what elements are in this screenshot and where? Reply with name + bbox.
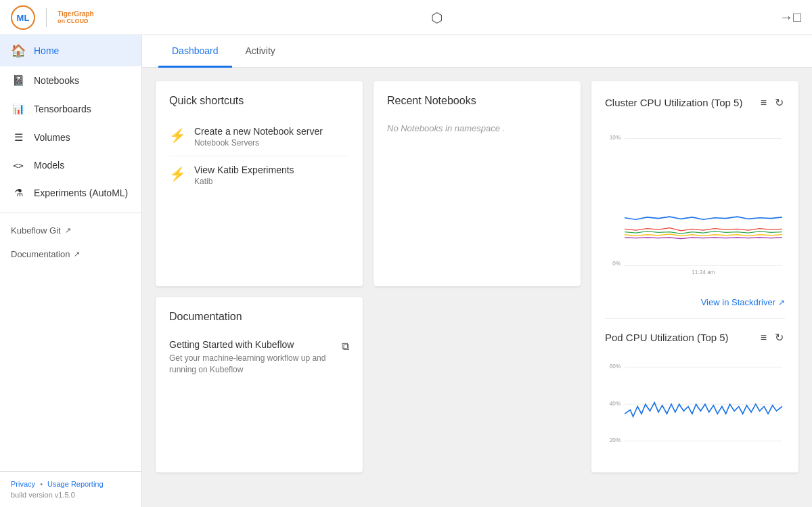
tabs-bar: Dashboard Activity — [142, 35, 812, 68]
bolt-icon-2: ⚡ — [169, 166, 186, 182]
pod-chart-actions: ≡ ↻ — [759, 330, 785, 345]
notebooks-icon: 📓 — [11, 74, 26, 87]
svg-text:20%: 20% — [610, 437, 621, 443]
sidebar-item-label: Home — [34, 45, 59, 56]
cube-icon: ⬡ — [431, 9, 443, 26]
stackdriver-link[interactable]: View in Stackdriver ↗ — [605, 297, 785, 307]
documentation-card: Documentation Getting Started with Kubef… — [156, 297, 363, 472]
quick-shortcuts-title: Quick shortcuts — [169, 95, 349, 107]
kubeflow-git-label: Kubeflow Git — [11, 225, 61, 236]
svg-text:40%: 40% — [610, 400, 621, 407]
sidebar-item-tensorboards[interactable]: 📊 Tensorboards — [0, 95, 141, 123]
cluster-chart-title: Cluster CPU Utilization (Top 5) — [605, 97, 742, 108]
cluster-cpu-card: Cluster CPU Utilization (Top 5) ≡ ↻ 10% … — [591, 81, 798, 472]
experiments-icon: ⚗ — [11, 187, 26, 199]
quick-shortcuts-card: Quick shortcuts ⚡ Create a new Notebook … — [156, 81, 363, 286]
tab-dashboard[interactable]: Dashboard — [158, 36, 232, 68]
svg-text:10%: 10% — [610, 134, 621, 141]
sidebar-item-home[interactable]: 🏠 Home — [0, 35, 141, 66]
logout-button[interactable]: →□ — [780, 9, 801, 25]
chart-actions: ≡ ↻ — [759, 95, 785, 110]
sidebar-item-label: Volumes — [34, 132, 70, 143]
pod-chart-header: Pod CPU Utilization (Top 5) ≡ ↻ — [605, 330, 785, 345]
sidebar-item-notebooks[interactable]: 📓 Notebooks — [0, 66, 141, 95]
sidebar: 🏠 Home 📓 Notebooks 📊 Tensorboards ☰ Volu… — [0, 35, 142, 507]
pod-chart-svg: 60% 40% 20% — [605, 351, 785, 466]
cluster-chart-area: 10% 0% — [605, 116, 785, 292]
svg-text:11:24 am: 11:24 am — [692, 269, 715, 275]
volumes-icon: ☰ — [11, 131, 26, 144]
sidebar-footer: Privacy • Usage Reporting build version … — [0, 471, 141, 507]
pod-chart-title: Pod CPU Utilization (Top 5) — [605, 332, 729, 343]
doc-external-icon: ⧉ — [342, 340, 349, 353]
footer-separator: • — [40, 480, 43, 488]
sidebar-divider — [0, 213, 141, 213]
pod-cpu-section: Pod CPU Utilization (Top 5) ≡ ↻ 60% 40% … — [605, 318, 785, 459]
ml-logo-icon: ML — [11, 5, 35, 30]
sidebar-link-kubeflow-git[interactable]: Kubeflow Git ↗ — [0, 219, 141, 242]
usage-reporting-link[interactable]: Usage Reporting — [47, 480, 104, 488]
doc-item-getting-started[interactable]: Getting Started with Kubeflow Get your m… — [169, 334, 349, 381]
shortcut-katib[interactable]: ⚡ View Katib Experiments Katib — [169, 156, 349, 194]
sidebar-item-experiments[interactable]: ⚗ Experiments (AutoML) — [0, 179, 141, 207]
stackdriver-link-label: View in Stackdriver — [701, 297, 775, 307]
doc-item-title: Getting Started with Kubeflow — [169, 339, 342, 350]
sidebar-item-label: Notebooks — [34, 75, 79, 86]
tensorboards-icon: 📊 — [11, 103, 26, 115]
sidebar-item-label: Experiments (AutoML) — [34, 188, 128, 198]
header-center: ⬡ — [431, 9, 443, 26]
home-icon: 🏠 — [11, 43, 26, 58]
models-icon: <> — [11, 160, 26, 171]
content-area: Dashboard Activity Quick shortcuts ⚡ Cre… — [142, 35, 812, 507]
logo-ml: ML — [11, 5, 35, 30]
no-notebooks-message: No Notebooks in namespace . — [387, 118, 567, 139]
recent-notebooks-card: Recent Notebooks No Notebooks in namespa… — [374, 81, 581, 286]
shortcut-notebook-server[interactable]: ⚡ Create a new Notebook server Notebook … — [169, 118, 349, 156]
external-link-icon: ↗ — [65, 226, 71, 235]
cluster-chart-svg: 10% 0% — [605, 116, 785, 292]
logo-area: ML TigerGraph on CLOUD — [11, 5, 94, 30]
sidebar-link-documentation[interactable]: Documentation ↗ — [0, 242, 141, 266]
shortcut-label: Create a new Notebook server — [194, 126, 323, 137]
sidebar-item-models[interactable]: <> Models — [0, 152, 141, 179]
sidebar-nav: 🏠 Home 📓 Notebooks 📊 Tensorboards ☰ Volu… — [0, 35, 141, 471]
external-link-icon: ↗ — [74, 250, 80, 259]
filter-button[interactable]: ≡ — [759, 95, 768, 110]
shortcut-sub: Katib — [194, 177, 294, 186]
cluster-chart-header: Cluster CPU Utilization (Top 5) ≡ ↻ — [605, 95, 785, 110]
sidebar-item-volumes[interactable]: ☰ Volumes — [0, 123, 141, 152]
logo-divider — [46, 8, 47, 27]
pod-refresh-button[interactable]: ↻ — [773, 330, 785, 345]
privacy-link[interactable]: Privacy — [11, 480, 35, 488]
sidebar-item-label: Tensorboards — [34, 104, 91, 114]
svg-text:ML: ML — [17, 13, 30, 23]
main-layout: 🏠 Home 📓 Notebooks 📊 Tensorboards ☰ Volu… — [0, 35, 812, 507]
shortcut-label: View Katib Experiments — [194, 164, 294, 175]
tab-activity[interactable]: Activity — [232, 36, 289, 68]
svg-text:60%: 60% — [610, 363, 621, 370]
top-header: ML TigerGraph on CLOUD ⬡ →□ — [0, 0, 812, 35]
tigergraph-logo: TigerGraph on CLOUD — [58, 10, 94, 24]
recent-notebooks-title: Recent Notebooks — [387, 95, 567, 107]
dashboard-content: Quick shortcuts ⚡ Create a new Notebook … — [142, 68, 812, 507]
sidebar-item-label: Models — [34, 160, 64, 171]
documentation-label: Documentation — [11, 249, 70, 259]
refresh-button[interactable]: ↻ — [773, 95, 785, 110]
pod-filter-button[interactable]: ≡ — [759, 330, 768, 345]
build-version: build version v1.5.0 — [11, 491, 131, 499]
bolt-icon: ⚡ — [169, 127, 186, 144]
external-icon: ↗ — [778, 298, 785, 307]
svg-text:0%: 0% — [612, 260, 621, 267]
pod-chart-area: 60% 40% 20% — [605, 351, 785, 459]
doc-item-sub: Get your machine-learning workflow up an… — [169, 353, 342, 376]
documentation-title: Documentation — [169, 311, 349, 323]
shortcut-sub: Notebook Servers — [194, 138, 323, 148]
